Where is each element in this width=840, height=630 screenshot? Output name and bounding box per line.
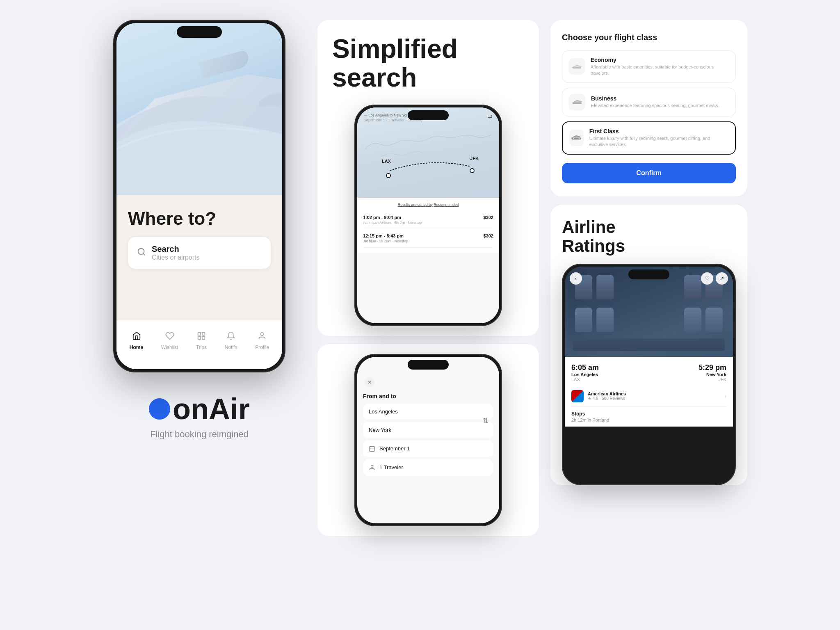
hero-image — [116, 23, 282, 195]
seat-phone-notch — [628, 269, 669, 279]
wishlist-icon — [165, 331, 174, 343]
flight-result-1[interactable]: 1:02 pm - 9:04 pm $302 American Airlines… — [363, 211, 493, 229]
phone-notch — [177, 26, 222, 38]
simplified-search-card: Simplified search — [317, 20, 539, 336]
home-icon — [132, 331, 141, 343]
trips-icon — [197, 331, 206, 343]
where-to-heading: Where to? — [128, 208, 271, 229]
airline-ratings-card: Airline Ratings — [550, 205, 747, 485]
notifs-icon — [226, 331, 235, 343]
back-button[interactable]: ‹ — [570, 272, 582, 285]
first-class-info: First Class Ultimate luxury with fully r… — [589, 128, 728, 148]
tab-notifs-label: Notifs — [225, 345, 237, 350]
first-class-option[interactable]: First Class Ultimate luxury with fully r… — [562, 121, 736, 155]
to-field[interactable]: New York — [363, 422, 493, 438]
seat-row-4 — [684, 308, 723, 332]
profile-icon — [258, 331, 267, 343]
flight-1-details: American Airlines · 5h 2m · Nonstop — [363, 221, 493, 225]
svg-rect-2 — [202, 332, 205, 335]
tab-profile-label: Profile — [255, 345, 269, 350]
brand-name: onAir — [149, 392, 250, 426]
share-button[interactable]: ↗ — [716, 272, 728, 285]
booking-phone: ✕ From and to Los Angeles New York ⇅ — [354, 354, 502, 526]
search-phone-notch — [408, 110, 449, 120]
results-sorted-text: Results are sorted by Recommended — [363, 203, 493, 207]
flight-search-phone: ← Los Angeles to New York September 1 · … — [354, 105, 502, 326]
seat-floor — [573, 338, 725, 351]
flight-1-time: 1:02 pm - 9:04 pm — [363, 215, 401, 220]
svg-rect-1 — [198, 332, 201, 335]
phone-home-content: Where to? Search Cities or airports — [116, 195, 282, 278]
route-arc-svg — [378, 155, 483, 176]
svg-rect-3 — [198, 336, 201, 339]
search-phone-screen: ← Los Angeles to New York September 1 · … — [357, 107, 499, 323]
swap-icon[interactable]: ⇅ — [482, 416, 488, 425]
svg-point-15 — [579, 138, 580, 139]
date-field[interactable]: September 1 — [363, 441, 493, 457]
economy-option[interactable]: Economy Affordable with basic amenities,… — [562, 50, 736, 83]
booking-phone-notch — [408, 360, 449, 370]
business-info: Business Elevated experience featuring s… — [591, 95, 719, 109]
airline-info: American Airlines ★ 4.9 · 500 Reviews — [588, 391, 626, 401]
flight-2-price: $302 — [484, 233, 493, 238]
close-button[interactable]: ✕ — [365, 377, 374, 387]
flight-2-time: 12:15 pm - 8:43 pm — [363, 233, 404, 238]
tab-trips-label: Trips — [196, 345, 207, 350]
svg-point-0 — [138, 248, 144, 254]
center-column: Simplified search — [317, 20, 539, 610]
tab-wishlist[interactable]: Wishlist — [161, 331, 178, 350]
economy-icon — [569, 58, 585, 75]
brand-dot — [149, 398, 170, 420]
booking-form: From and to Los Angeles New York ⇅ — [357, 393, 499, 476]
route-line-area: LAX JFK — [378, 157, 483, 181]
form-title: From and to — [363, 393, 493, 399]
right-column: Choose your flight class Economy Afforda… — [550, 20, 747, 610]
depart-block: 6:05 am Los Angeles LAX — [571, 363, 599, 382]
brand-section: onAir Flight booking reimgined — [149, 384, 250, 448]
phone-screen-home: Where to? Search Cities or airports — [116, 23, 282, 369]
from-to-section: Los Angeles New York ⇅ — [363, 404, 493, 438]
flight-class-card: Choose your flight class Economy Afforda… — [550, 20, 747, 196]
booking-card: ✕ From and to Los Angeles New York ⇅ — [317, 344, 539, 536]
flight-result-2[interactable]: 12:15 pm - 8:43 pm $302 Jet blue · 5h 28… — [363, 229, 493, 248]
left-column: Where to? Search Cities or airports — [93, 20, 306, 610]
seat-phone: ‹ ♡ ↗ 6:05 am Los Angeles — [562, 264, 736, 485]
svg-point-14 — [573, 138, 574, 139]
airline-ratings-title: Airline Ratings — [562, 218, 736, 256]
tab-profile[interactable]: Profile — [255, 331, 269, 350]
flight-1-price: $302 — [484, 215, 493, 220]
search-text: Search Cities or airports — [152, 244, 199, 261]
action-buttons: ♡ ↗ — [701, 272, 728, 285]
confirm-button[interactable]: Confirm — [562, 163, 736, 183]
travelers-field[interactable]: 1 Traveler — [363, 459, 493, 476]
flight-2-details: Jet blue · 5h 28m · Nonstop — [363, 239, 493, 243]
search-bar[interactable]: Search Cities or airports — [128, 237, 271, 269]
business-icon — [569, 94, 585, 110]
seat-row-3 — [575, 308, 614, 332]
flight-times: 6:05 am Los Angeles LAX 5:29 pm New York… — [571, 363, 726, 382]
route-title: Los Angeles to New York — [369, 113, 410, 117]
svg-point-10 — [371, 465, 373, 467]
arrive-block: 5:29 pm New York JFK — [698, 363, 726, 382]
tab-notifs[interactable]: Notifs — [225, 331, 237, 350]
simplified-title: Simplified search — [332, 34, 524, 92]
from-field[interactable]: Los Angeles — [363, 404, 493, 420]
airline-row[interactable]: American Airlines ★ 4.9 · 500 Reviews › — [571, 386, 726, 407]
american-airlines-logo — [571, 390, 584, 402]
first-class-icon — [569, 130, 584, 146]
economy-info: Economy Affordable with basic amenities,… — [591, 57, 729, 77]
business-option[interactable]: Business Elevated experience featuring s… — [562, 88, 736, 116]
tab-trips[interactable]: Trips — [196, 331, 207, 350]
flight-map-area: ← Los Angeles to New York September 1 · … — [357, 107, 499, 198]
brand-text: onAir — [173, 392, 250, 426]
svg-rect-11 — [573, 67, 581, 68]
booking-phone-screen: ✕ From and to Los Angeles New York ⇅ — [357, 357, 499, 523]
flight-results: Results are sorted by Recommended 1:02 p… — [357, 198, 499, 253]
seat-hero-image: ‹ ♡ ↗ — [565, 267, 733, 357]
flight-class-title: Choose your flight class — [562, 33, 736, 42]
seat-phone-screen: ‹ ♡ ↗ 6:05 am Los Angeles — [565, 267, 733, 482]
search-icon — [137, 247, 146, 259]
tab-bar: Home Wishlist — [116, 320, 282, 369]
tab-home[interactable]: Home — [130, 331, 143, 350]
heart-button[interactable]: ♡ — [701, 272, 713, 285]
